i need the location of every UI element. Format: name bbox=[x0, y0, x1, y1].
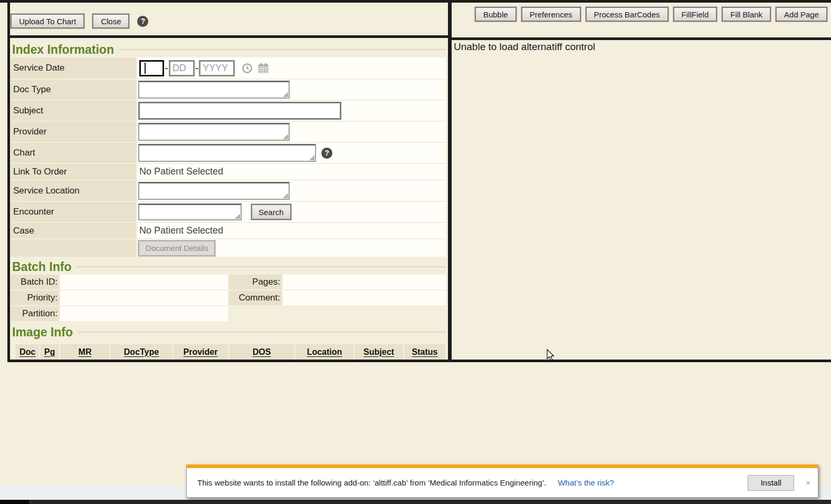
mouse-cursor bbox=[547, 349, 556, 364]
provider-label: Provider bbox=[11, 122, 136, 142]
batch-info-title: Batch Info bbox=[10, 259, 448, 275]
bubble-button[interactable]: Bubble bbox=[475, 7, 517, 22]
provider-value bbox=[137, 122, 446, 142]
case-text: No Patient Selected bbox=[138, 225, 223, 236]
batch-id-label: Batch ID: bbox=[11, 275, 59, 289]
case-row: Case No Patient Selected bbox=[11, 223, 446, 238]
case-value: No Patient Selected bbox=[137, 223, 446, 238]
calendar-icon[interactable] bbox=[257, 63, 269, 74]
column-header-provider[interactable]: Provider bbox=[173, 344, 228, 360]
subject-value bbox=[137, 101, 446, 121]
service-location-row: Service Location bbox=[11, 180, 446, 201]
encounter-combo[interactable] bbox=[138, 203, 242, 220]
image-info-header-row: Doc Pg MR DocType Provider DOS Location … bbox=[16, 344, 446, 360]
partition-field[interactable] bbox=[60, 306, 228, 321]
priority-label: Priority: bbox=[11, 290, 59, 305]
upload-to-chart-button[interactable]: Upload To Chart bbox=[11, 14, 84, 28]
batch-row-1: Batch ID: Pages: bbox=[11, 275, 446, 289]
notification-accent-strip bbox=[187, 464, 818, 468]
comment-field[interactable] bbox=[283, 290, 446, 305]
app-screen: Upload To Chart Close ? Bubble Preferenc… bbox=[0, 0, 831, 504]
batch-info-title-text: Batch Info bbox=[12, 260, 71, 274]
service-date-label: Service Date bbox=[11, 57, 136, 79]
document-details-label-cell bbox=[11, 239, 136, 257]
service-location-value bbox=[137, 180, 446, 201]
addon-notification-bar: This website wants to install the follow… bbox=[186, 464, 818, 498]
image-info-title-text: Image Info bbox=[12, 325, 73, 340]
pages-field[interactable] bbox=[283, 275, 446, 289]
doc-type-value bbox=[137, 80, 446, 100]
fillfield-button[interactable]: FillField bbox=[673, 7, 718, 22]
batch-spacer bbox=[283, 306, 446, 321]
chart-help-icon[interactable]: ? bbox=[321, 148, 332, 159]
column-header-doc[interactable]: Doc bbox=[16, 344, 39, 360]
index-information-title: Index Information bbox=[10, 42, 448, 57]
chart-value: ? bbox=[137, 143, 446, 163]
image-info-title: Image Info bbox=[10, 324, 448, 340]
pages-label: Pages: bbox=[229, 275, 282, 289]
left-toolbar: Upload To Chart Close ? bbox=[11, 14, 148, 28]
column-header-subject[interactable]: Subject bbox=[355, 344, 403, 360]
document-details-row: Document Details bbox=[11, 239, 446, 257]
service-location-label: Service Location bbox=[11, 180, 136, 201]
encounter-value: Search bbox=[137, 202, 446, 222]
chart-combo[interactable] bbox=[138, 144, 316, 162]
index-form: Index Information Service Date - - bbox=[10, 42, 448, 360]
notification-message: This website wants to install the follow… bbox=[197, 478, 546, 487]
frame-middle-border bbox=[448, 0, 452, 362]
column-header-status[interactable]: Status bbox=[404, 344, 445, 360]
frame-top-border bbox=[0, 0, 831, 3]
fill-blank-button[interactable]: Fill Blank bbox=[722, 7, 771, 22]
column-header-pg[interactable]: Pg bbox=[40, 344, 59, 360]
column-header-mr[interactable]: MR bbox=[60, 344, 110, 360]
viewer-error-message: Unable to load alternatiff control bbox=[454, 41, 595, 53]
right-toolbar: Bubble Preferences Process BarCodes Fill… bbox=[457, 7, 827, 22]
chart-row: Chart ? bbox=[11, 143, 446, 163]
column-header-doctype[interactable]: DocType bbox=[111, 344, 172, 360]
link-to-order-value: No Patient Selected bbox=[137, 164, 446, 179]
service-location-combo[interactable] bbox=[138, 182, 290, 200]
taskbar-corner bbox=[0, 500, 29, 504]
help-icon[interactable]: ? bbox=[137, 16, 148, 27]
provider-combo[interactable] bbox=[138, 123, 290, 141]
column-header-dos[interactable]: DOS bbox=[229, 344, 294, 360]
whats-the-risk-link[interactable]: What’s the risk? bbox=[558, 478, 614, 487]
clock-icon[interactable] bbox=[242, 63, 253, 74]
subject-row: Subject bbox=[11, 101, 446, 121]
service-date-month-input[interactable] bbox=[139, 60, 164, 76]
service-date-value: - - bbox=[137, 57, 446, 79]
batch-id-field[interactable] bbox=[60, 275, 228, 289]
case-label: Case bbox=[11, 223, 136, 238]
service-date-day-input[interactable] bbox=[169, 60, 195, 76]
partition-label: Partition: bbox=[11, 306, 59, 321]
preferences-button[interactable]: Preferences bbox=[521, 7, 581, 22]
service-date-year-input[interactable] bbox=[199, 60, 235, 76]
frame-bottom-border bbox=[7, 360, 831, 362]
doc-type-row: Doc Type bbox=[11, 80, 446, 100]
document-details-button[interactable]: Document Details bbox=[138, 240, 215, 256]
notification-close-icon[interactable]: × bbox=[806, 478, 810, 487]
link-to-order-text: No Patient Selected bbox=[138, 166, 223, 177]
date-separator: - bbox=[195, 62, 199, 74]
document-details-value: Document Details bbox=[137, 239, 446, 257]
date-separator: - bbox=[165, 62, 168, 74]
column-header-location[interactable]: Location bbox=[295, 344, 354, 360]
encounter-label: Encounter bbox=[11, 202, 136, 222]
provider-row: Provider bbox=[11, 122, 446, 142]
add-page-button[interactable]: Add Page bbox=[776, 7, 827, 22]
right-header-divider bbox=[452, 37, 831, 40]
priority-field[interactable] bbox=[60, 290, 228, 305]
link-to-order-label: Link To Order bbox=[11, 164, 136, 179]
process-barcodes-button[interactable]: Process BarCodes bbox=[586, 7, 668, 22]
doc-type-combo[interactable] bbox=[138, 81, 290, 99]
encounter-row: Encounter Search bbox=[11, 202, 446, 222]
subject-input[interactable] bbox=[138, 102, 341, 120]
text-caret bbox=[145, 63, 146, 74]
notification-body: This website wants to install the follow… bbox=[187, 468, 818, 497]
install-button[interactable]: Install bbox=[748, 475, 794, 491]
batch-row-3: Partition: bbox=[11, 306, 446, 321]
encounter-search-button[interactable]: Search bbox=[251, 204, 291, 220]
left-header-divider bbox=[10, 35, 448, 38]
chart-label: Chart bbox=[11, 143, 136, 163]
close-button[interactable]: Close bbox=[92, 14, 129, 28]
